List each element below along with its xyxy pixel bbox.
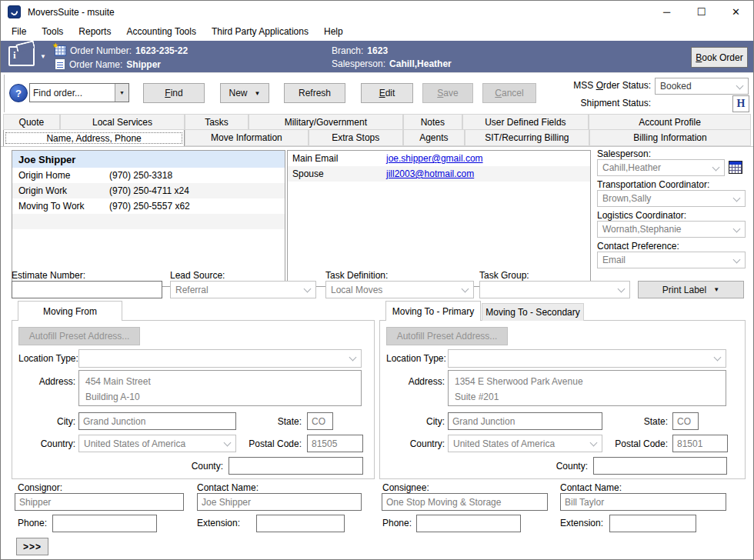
phone-type-label: Origin Work [18,185,67,196]
edit-button[interactable]: Edit [361,83,413,103]
consignee-extension-label: Extension: [560,518,603,528]
contact-preference-select[interactable]: Email [597,252,746,268]
find-order-dropdown-button[interactable]: ▼ [115,84,128,102]
location-type-select[interactable] [78,349,362,368]
county-label: County: [151,461,223,472]
close-icon[interactable]: ✕ [719,1,753,23]
minimize-icon[interactable]: ─ [649,1,684,23]
email-row-spouse[interactable]: Spouse jill2003@hotmail.com [288,166,590,182]
phone-type-label: Origin Home [18,170,70,181]
print-label-button[interactable]: Print Label▼ [638,281,744,298]
branch-value: 1623 [367,45,388,56]
expand-more-button[interactable]: >>> [16,538,48,555]
book-order-button[interactable]: Book Order [691,47,748,68]
city-label: City: [388,416,445,427]
email-type-label: Spouse [292,168,324,179]
phone-number: (970) 250-3318 [109,170,172,181]
find-button[interactable]: Find [143,83,205,103]
order-name-icon [55,58,65,70]
consignee-input[interactable] [382,493,548,511]
cancel-button[interactable]: Cancel [482,83,536,103]
tab-moving-to-secondary[interactable]: Moving To - Secondary [482,303,584,321]
county-input[interactable] [593,457,727,475]
autofill-preset-address-button[interactable]: Autofill Preset Address... [386,327,508,345]
mss-order-status-select[interactable]: Booked [655,78,749,95]
country-select[interactable]: United States of America [78,435,236,452]
state-label: State: [609,416,668,427]
consignor-contact-name-input[interactable] [197,493,362,511]
country-select[interactable]: United States of America [448,435,602,452]
city-input[interactable] [448,412,602,430]
tab-agents[interactable]: Agents [403,130,465,146]
tab-account-profile[interactable]: Account Profile [589,114,751,130]
tab-name-address-phone[interactable]: Name, Address, Phone [3,130,185,146]
tab-move-information[interactable]: Move Information [185,130,308,146]
city-input[interactable] [78,412,236,430]
logistics-coordinator-select[interactable]: Wornath,Stephanie [597,221,746,238]
consignor-input[interactable] [15,493,184,511]
tab-moving-from[interactable]: Moving From [18,301,122,321]
menu-tools[interactable]: Tools [34,25,71,39]
consignor-phone-input[interactable] [52,515,157,532]
tab-quote[interactable]: Quote [3,114,60,130]
history-button[interactable]: H [732,95,749,112]
phone-number: (970) 250-5557 x62 [109,201,190,212]
tab-notes[interactable]: Notes [403,114,462,130]
country-label: Country: [18,438,75,449]
autofill-preset-address-button[interactable]: Autofill Preset Address... [18,327,140,345]
shipment-status-label: Shipment Status: [551,98,651,108]
maximize-icon[interactable]: ☐ [684,1,719,23]
order-header-band: i ▼ ★ Order Number: 1623-235-22 Order Na… [1,41,753,72]
county-input[interactable] [229,457,363,475]
address-label: Address: [18,376,75,387]
consignor-extension-input[interactable] [256,515,345,532]
salesperson-select[interactable]: Cahill,Heather [597,159,725,176]
email-link[interactable]: joe.shipper@gmail.com [386,153,483,164]
menu-accounting-tools[interactable]: Accounting Tools [118,25,204,39]
new-button[interactable]: New▼ [220,83,269,103]
email-link[interactable]: jill2003@hotmail.com [386,168,474,179]
help-icon[interactable]: ? [9,84,28,102]
tab-tasks[interactable]: Tasks [185,114,249,130]
tab-military-government[interactable]: Military/Government [249,114,403,130]
tab-billing-information[interactable]: Billing Information [589,130,751,146]
address-textarea[interactable]: 1354 E Sherwood Park Avenue Suite #201 [448,370,726,406]
estimate-number-input[interactable] [12,281,162,298]
menu-help[interactable]: Help [316,25,351,39]
transportation-coordinator-select[interactable]: Brown,Sally [597,190,746,207]
phone-row-moving-to-work[interactable]: Moving To Work (970) 250-5557 x62 [12,198,285,214]
salesperson-calendar-icon[interactable] [729,161,742,174]
task-definition-select[interactable]: Local Moves [325,281,474,298]
postal-code-input[interactable] [307,435,363,452]
email-row-main[interactable]: Main Email joe.shipper@gmail.com [288,151,590,166]
menu-third-party-applications[interactable]: Third Party Applications [204,25,316,39]
find-order-input[interactable] [30,84,115,102]
consignor-contact-name-label: Contact Name: [197,482,259,493]
address-textarea[interactable]: 454 Main Street Building A-10 [78,370,362,406]
toolbar-grip [4,75,5,112]
home-menu-button[interactable]: i ▼ [8,45,48,68]
tab-user-defined-fields[interactable]: User Defined Fields [462,114,589,130]
tab-moving-to-primary[interactable]: Moving To - Primary [385,301,481,321]
tab-extra-stops[interactable]: Extra Stops [309,130,403,146]
state-input[interactable] [672,412,699,430]
lead-source-select[interactable]: Referral [170,281,316,298]
tab-local-services[interactable]: Local Services [60,114,185,130]
save-button[interactable]: Save [422,83,473,103]
location-type-select[interactable] [448,349,726,368]
consignee-contact-name-input[interactable] [560,493,726,511]
postal-code-input[interactable] [672,435,728,452]
consignee-phone-input[interactable] [416,515,521,532]
city-label: City: [18,416,75,427]
consignee-extension-input[interactable] [609,515,696,532]
phone-row-origin-work[interactable]: Origin Work (970) 250-4711 x24 [12,183,285,198]
phone-row-origin-home[interactable]: Origin Home (970) 250-3318 [12,168,285,183]
name-address-phone-panel: Joe Shipper Origin Home (970) 250-3318 O… [1,146,753,560]
chevron-down-icon [304,285,312,293]
tab-sit-recurring-billing[interactable]: SIT/Recurring Billing [465,130,589,146]
state-input[interactable] [307,412,333,430]
task-group-select[interactable] [479,281,630,298]
menu-reports[interactable]: Reports [71,25,118,39]
refresh-button[interactable]: Refresh [284,83,345,103]
menu-file[interactable]: File [4,25,34,39]
